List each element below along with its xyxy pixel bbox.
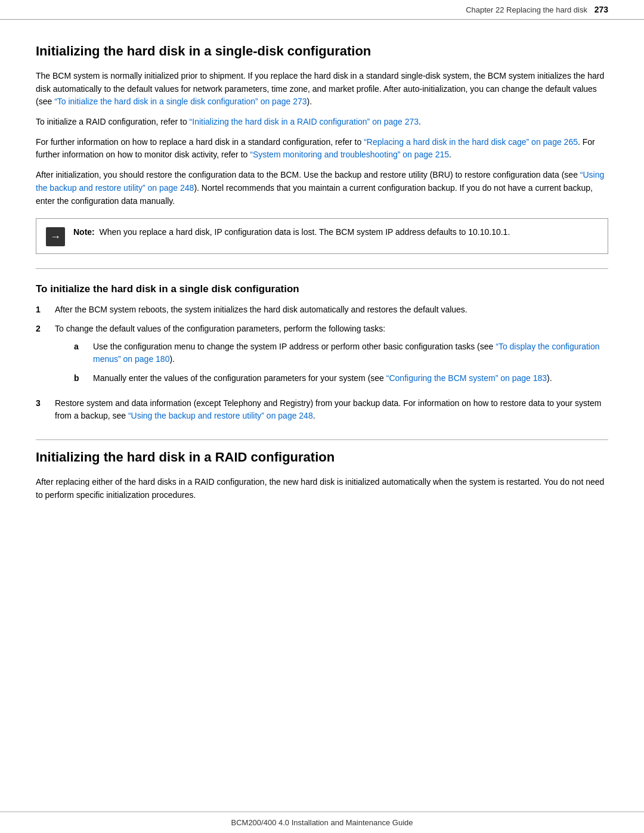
note-arrow-icon: → <box>46 227 65 246</box>
section1-heading: Initializing the hard disk in a single-d… <box>36 44 608 59</box>
substep-a: a Use the configuration menu to change t… <box>74 340 608 366</box>
step-1: 1 After the BCM system reboots, the syst… <box>36 304 608 317</box>
step-3-content: Restore system and data information (exc… <box>55 397 608 423</box>
step-1-content: After the BCM system reboots, the system… <box>55 304 608 317</box>
step-1-num: 1 <box>36 304 50 317</box>
page-number: 273 <box>595 5 608 14</box>
step-3: 3 Restore system and data information (e… <box>36 397 608 423</box>
substep-b-letter: b <box>74 372 88 385</box>
substep-a-content: Use the configuration menu to change the… <box>93 340 608 366</box>
link-configuring-bcm[interactable]: “Configuring the BCM system” on page 183 <box>386 373 547 383</box>
step-2-content: To change the default values of the conf… <box>55 323 608 391</box>
note-content: Note: When you replace a hard disk, IP c… <box>73 226 510 239</box>
link-backup-restore-1[interactable]: “Using the backup and restore utility” o… <box>36 170 604 193</box>
page-container: Chapter 22 Replacing the hard disk 273 I… <box>0 0 644 833</box>
page-header: Chapter 22 Replacing the hard disk 273 <box>0 0 644 20</box>
arrow-symbol: → <box>50 231 61 243</box>
step-2-num: 2 <box>36 323 50 336</box>
note-box: → Note: When you replace a hard disk, IP… <box>36 218 608 254</box>
content-area: Initializing the hard disk in a single-d… <box>0 20 644 544</box>
footer-text: BCM200/400 4.0 Installation and Maintena… <box>231 818 413 827</box>
chapter-label: Chapter 22 Replacing the hard disk <box>466 5 587 14</box>
substep-b: b Manually enter the values of the confi… <box>74 372 608 385</box>
section2-heading: Initializing the hard disk in a RAID con… <box>36 450 608 465</box>
section1-para3: For further information on how to replac… <box>36 136 608 162</box>
substep-a-letter: a <box>74 340 88 354</box>
section1-para4: After initialization, you should restore… <box>36 169 608 208</box>
section1-para2: To initialize a RAID configuration, refe… <box>36 116 608 129</box>
note-label: Note: <box>73 227 95 237</box>
section-divider-2 <box>36 439 608 440</box>
substeps-list: a Use the configuration menu to change t… <box>74 340 608 385</box>
link-initialize-raid[interactable]: “Initializing the hard disk in a RAID co… <box>190 117 419 126</box>
subsection1-heading: To initialize the hard disk in a single … <box>36 283 608 295</box>
section2-para1: After replacing either of the hard disks… <box>36 476 608 501</box>
steps-list: 1 After the BCM system reboots, the syst… <box>36 304 608 423</box>
link-initialize-single[interactable]: “To initialize the hard disk in a single… <box>54 97 306 106</box>
step-2: 2 To change the default values of the co… <box>36 323 608 391</box>
section2-container: Initializing the hard disk in a RAID con… <box>36 439 608 501</box>
link-display-config-menus[interactable]: “To display the configuration menus” on … <box>93 342 600 364</box>
substep-b-content: Manually enter the values of the configu… <box>93 372 608 385</box>
step-3-num: 3 <box>36 397 50 410</box>
section1-para1: The BCM system is normally initialized p… <box>36 70 608 109</box>
link-system-monitoring[interactable]: “System monitoring and troubleshooting” … <box>250 150 449 159</box>
link-backup-restore-2[interactable]: “Using the backup and restore utility” o… <box>128 411 313 420</box>
page-footer: BCM200/400 4.0 Installation and Maintena… <box>0 812 644 833</box>
section-divider-1 <box>36 268 608 269</box>
link-replacing-hard-disk[interactable]: “Replacing a hard disk in the hard disk … <box>364 137 578 147</box>
